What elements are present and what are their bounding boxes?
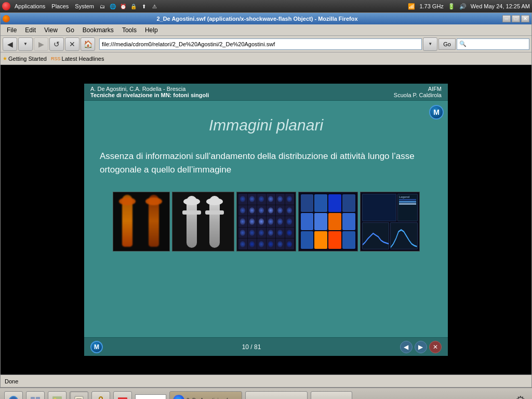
slide-header-right: AIFM Scuola P. Caldirola bbox=[394, 86, 442, 98]
menu-go[interactable]: Go bbox=[62, 25, 78, 35]
slide-author: A. De Agostini, C.A. Rodella - Brescia bbox=[90, 86, 209, 92]
search-box[interactable]: 🔍 bbox=[457, 38, 529, 50]
bookmarks-bar: ★ Getting Started RSS Latest Headlines bbox=[1, 52, 531, 65]
go-button[interactable]: Go bbox=[438, 38, 456, 50]
taskbar-btn-lock[interactable] bbox=[91, 391, 110, 400]
slide-header-left: A. De Agostini, C.A. Rodella - Brescia T… bbox=[90, 86, 209, 98]
system-menu[interactable]: Applications Places System bbox=[15, 3, 94, 9]
network-icon: 📶 bbox=[408, 3, 415, 10]
status-bar: Done bbox=[1, 375, 531, 387]
window-controls[interactable]: ─ □ ✕ bbox=[502, 15, 529, 22]
id-icon bbox=[117, 395, 128, 400]
maximize-button[interactable]: □ bbox=[512, 15, 520, 22]
slide-title: Immagini planari bbox=[100, 116, 432, 134]
close-button[interactable]: ✕ bbox=[521, 15, 529, 22]
lock-icon: 🔒 bbox=[129, 2, 138, 10]
lock-icon bbox=[95, 395, 107, 400]
menu-view[interactable]: View bbox=[40, 25, 62, 35]
home-icon: 🏠 bbox=[84, 40, 92, 48]
taskbar-btn-image[interactable] bbox=[48, 391, 66, 400]
system-bar-right: 📶 1.73 GHz 🔋 🔊 Wed May 24, 12:25 AM bbox=[408, 3, 530, 10]
url-dropdown[interactable]: ▼ bbox=[423, 37, 437, 51]
url-text: file:///media/cdrom0/relatori/2_De%20Ago… bbox=[102, 41, 275, 47]
menu-file[interactable]: File bbox=[3, 25, 21, 35]
multi-panel-scan: Legend bbox=[360, 192, 420, 251]
menu-tools[interactable]: Tools bbox=[118, 25, 141, 35]
clock-icon: ⏰ bbox=[119, 2, 127, 10]
multi-panel-container: Legend bbox=[361, 192, 419, 251]
back-button[interactable]: ◀ bbox=[3, 37, 17, 51]
stop-button[interactable]: ✕ bbox=[65, 37, 79, 51]
slide-header: A. De Agostini, C.A. Rodella - Brescia T… bbox=[84, 84, 448, 101]
slide-org: AIFM bbox=[394, 86, 442, 92]
footer-logo: M bbox=[90, 341, 103, 353]
url-bar[interactable]: file:///media/cdrom0/relatori/2_De%20Ago… bbox=[99, 38, 422, 50]
close-presentation-button[interactable]: ✕ bbox=[429, 341, 442, 353]
content-area: A. De Agostini, C.A. Rodella - Brescia T… bbox=[1, 65, 531, 375]
datetime: Wed May 24, 12:25 AM bbox=[471, 3, 530, 9]
latest-headlines-bookmark[interactable]: RSS Latest Headlines bbox=[51, 56, 104, 62]
slide-nav-buttons[interactable]: ◀ ▶ ✕ bbox=[400, 341, 442, 353]
system-menu-item[interactable]: System bbox=[75, 3, 94, 9]
firefox-menu-bar: File Edit View Go Bookmarks Tools Help bbox=[1, 24, 531, 36]
taskbar-input[interactable] bbox=[135, 394, 166, 400]
slide-body: M Immagini planari Assenza di informazio… bbox=[84, 101, 448, 337]
applications-menu[interactable]: Applications bbox=[15, 3, 45, 9]
taskbar-icon-1 bbox=[8, 395, 19, 400]
system-logo bbox=[2, 2, 10, 10]
systray: 🗂 🌐 ⏰ 🔒 ⬆ ⚠ bbox=[98, 2, 158, 10]
menu-bookmarks[interactable]: Bookmarks bbox=[78, 25, 118, 35]
files-icon bbox=[30, 395, 41, 400]
taskbar-btn-edit[interactable] bbox=[70, 391, 88, 400]
url-dropdown-icon: ▼ bbox=[428, 42, 432, 46]
grid-scan-container bbox=[237, 192, 296, 251]
system-bar: Applications Places System 🗂 🌐 ⏰ 🔒 ⬆ ⚠ 📶… bbox=[0, 0, 532, 12]
back-dropdown[interactable]: ▼ bbox=[18, 37, 33, 51]
menu-help[interactable]: Help bbox=[141, 25, 162, 35]
updates-icon: ⬆ bbox=[140, 2, 148, 10]
prev-slide-button[interactable]: ◀ bbox=[400, 341, 413, 353]
slide-images: Legend bbox=[100, 192, 432, 251]
slide-container[interactable]: A. De Agostini, C.A. Rodella - Brescia T… bbox=[84, 84, 448, 356]
minimize-button[interactable]: ─ bbox=[502, 15, 511, 22]
firefox-task-button[interactable]: 🌐 2_De Agostini.swf... bbox=[169, 391, 242, 400]
home-button[interactable]: 🏠 bbox=[81, 37, 95, 51]
reload-icon: ↺ bbox=[54, 40, 60, 48]
settings-icon[interactable]: ⚙ bbox=[513, 393, 528, 400]
bookmark-star-icon: ★ bbox=[3, 56, 7, 61]
stop-icon: ✕ bbox=[69, 40, 75, 48]
scan-panel-right bbox=[141, 192, 169, 251]
next-slide-button[interactable]: ▶ bbox=[415, 341, 427, 353]
colormap-grid bbox=[299, 192, 357, 251]
taskbar-btn-1[interactable] bbox=[4, 391, 23, 400]
cpu-speed: 1.73 GHz bbox=[419, 3, 443, 9]
firefox-task-icon: 🌐 bbox=[173, 395, 184, 400]
bone-scan-1 bbox=[113, 192, 170, 251]
colormap-scan bbox=[298, 192, 358, 251]
slide-page-indicator: 10 / 81 bbox=[242, 343, 261, 351]
taskbar-empty-2[interactable] bbox=[311, 391, 352, 400]
svg-rect-3 bbox=[31, 397, 35, 400]
edit-icon bbox=[73, 395, 85, 400]
svg-rect-16 bbox=[118, 397, 127, 400]
taskbar-btn-id[interactable] bbox=[113, 391, 132, 400]
firefox-toolbar: ◀ ▼ ▶ ↺ ✕ 🏠 file:///media/cdrom0/relator… bbox=[1, 36, 531, 52]
latest-headlines-label: Latest Headlines bbox=[62, 56, 104, 62]
places-menu[interactable]: Places bbox=[51, 3, 69, 9]
menu-edit[interactable]: Edit bbox=[21, 25, 40, 35]
getting-started-label: Getting Started bbox=[8, 56, 47, 62]
firefox-window: 2_De Agostini.swf (application/x-shockwa… bbox=[0, 12, 532, 388]
forward-button[interactable]: ▶ bbox=[34, 37, 48, 51]
rss-icon: RSS bbox=[51, 56, 61, 61]
battery-icon: 🔋 bbox=[448, 3, 455, 10]
search-icon: 🔍 bbox=[459, 41, 467, 47]
taskbar-empty-1[interactable] bbox=[245, 391, 308, 400]
getting-started-bookmark[interactable]: ★ Getting Started bbox=[3, 56, 47, 62]
slide-logo-top: M bbox=[429, 105, 444, 119]
svg-rect-7 bbox=[52, 396, 62, 400]
taskbar-btn-files[interactable] bbox=[26, 391, 45, 400]
reload-button[interactable]: ↺ bbox=[49, 37, 64, 51]
skeleton-scan bbox=[172, 192, 234, 251]
back-arrow-icon: ◀ bbox=[7, 40, 13, 48]
scan-panel-left bbox=[113, 192, 141, 251]
